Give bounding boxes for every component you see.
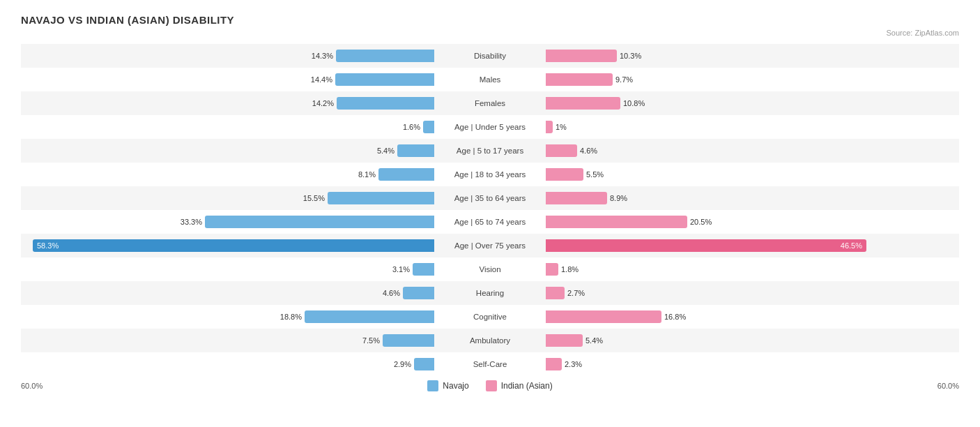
navajo-value: 1.6% bbox=[403, 123, 420, 131]
row-label: Ambulatory bbox=[434, 336, 546, 345]
navajo-value: 8.1% bbox=[358, 170, 376, 179]
navajo-value: 7.5% bbox=[362, 336, 380, 345]
navajo-value: 5.4% bbox=[377, 147, 395, 155]
legend: Navajo Indian (Asian) bbox=[63, 380, 917, 391]
navajo-value: 58.3% bbox=[37, 241, 59, 250]
row-label: Females bbox=[434, 99, 546, 107]
row-label: Age | Over 75 years bbox=[434, 241, 546, 250]
navajo-bar: 3.1% bbox=[413, 263, 434, 276]
indian-bar: 16.8% bbox=[546, 310, 661, 323]
table-row: 2.9% Self-Care 2.3% bbox=[21, 352, 959, 376]
indian-value: 5.4% bbox=[585, 336, 603, 345]
indian-bar: 9.7% bbox=[546, 73, 613, 86]
row-label: Vision bbox=[434, 265, 546, 274]
navajo-bar: 5.4% bbox=[397, 144, 434, 157]
navajo-value: 14.4% bbox=[311, 75, 332, 84]
indian-value: 1% bbox=[556, 123, 567, 131]
table-row: 33.3% Age | 65 to 74 years 20.5% bbox=[21, 210, 959, 234]
navajo-value: 14.3% bbox=[312, 52, 333, 60]
indian-bar: 2.7% bbox=[546, 287, 565, 299]
table-row: 18.8% Cognitive 16.8% bbox=[21, 305, 959, 329]
chart-area: 14.3% Disability 10.3% 14.4% Males bbox=[21, 44, 959, 376]
navajo-bar: 8.1% bbox=[378, 168, 434, 181]
indian-value: 5.5% bbox=[586, 170, 604, 179]
indian-bar: 1% bbox=[546, 121, 553, 133]
navajo-value: 4.6% bbox=[383, 289, 400, 297]
navajo-bar: 7.5% bbox=[383, 334, 434, 347]
table-row: 14.3% Disability 10.3% bbox=[21, 44, 959, 68]
navajo-bar: 4.6% bbox=[403, 287, 434, 299]
navajo-bar: 14.3% bbox=[336, 50, 434, 62]
table-row: 15.5% Age | 35 to 64 years 8.9% bbox=[21, 186, 959, 210]
row-label: Age | 65 to 74 years bbox=[434, 218, 546, 226]
navajo-bar: 1.6% bbox=[423, 121, 434, 133]
indian-bar: 4.6% bbox=[546, 144, 577, 157]
table-row: 14.4% Males 9.7% bbox=[21, 68, 959, 91]
row-label: Age | Under 5 years bbox=[434, 123, 546, 131]
indian-bar: 20.5% bbox=[546, 216, 687, 228]
navajo-bar: 18.8% bbox=[305, 310, 434, 323]
navajo-bar: 33.3% bbox=[205, 216, 434, 228]
x-label-right: 60.0% bbox=[917, 382, 959, 390]
table-row: 7.5% Ambulatory 5.4% bbox=[21, 329, 959, 352]
table-row: 58.3% Age | Over 75 years 46.5% bbox=[21, 234, 959, 257]
navajo-value: 3.1% bbox=[392, 265, 410, 274]
indian-bar: 1.8% bbox=[546, 263, 558, 276]
navajo-bar: 58.3% bbox=[33, 239, 434, 252]
navajo-bar: 15.5% bbox=[328, 192, 434, 204]
indian-bar: 5.5% bbox=[546, 168, 583, 181]
row-label: Cognitive bbox=[434, 313, 546, 321]
indian-bar: 10.8% bbox=[546, 97, 620, 110]
indian-value: 1.8% bbox=[561, 265, 579, 274]
page-title: NAVAJO VS INDIAN (ASIAN) DISABILITY bbox=[21, 14, 959, 26]
row-label: Age | 35 to 64 years bbox=[434, 194, 546, 202]
navajo-value: 18.8% bbox=[280, 313, 302, 321]
legend-indian: Indian (Asian) bbox=[486, 380, 553, 391]
navajo-bar: 2.9% bbox=[414, 358, 434, 370]
indian-value: 20.5% bbox=[690, 218, 712, 226]
table-row: 5.4% Age | 5 to 17 years 4.6% bbox=[21, 139, 959, 163]
legend-navajo: Navajo bbox=[427, 380, 468, 391]
x-label-left: 60.0% bbox=[21, 382, 63, 390]
navajo-value: 15.5% bbox=[303, 194, 325, 202]
row-label: Males bbox=[434, 75, 546, 84]
navajo-bar: 14.2% bbox=[337, 97, 434, 110]
table-row: 4.6% Hearing 2.7% bbox=[21, 281, 959, 305]
table-row: 1.6% Age | Under 5 years 1% bbox=[21, 115, 959, 139]
legend-indian-box bbox=[486, 380, 497, 391]
indian-value: 9.7% bbox=[615, 75, 633, 84]
source-label: Source: ZipAtlas.com bbox=[21, 29, 959, 37]
row-label: Age | 5 to 17 years bbox=[434, 147, 546, 155]
indian-bar: 10.3% bbox=[546, 50, 617, 62]
indian-value: 46.5% bbox=[841, 241, 862, 250]
indian-bar: 5.4% bbox=[546, 334, 583, 347]
indian-bar: 8.9% bbox=[546, 192, 607, 204]
navajo-value: 2.9% bbox=[394, 360, 411, 368]
row-label: Hearing bbox=[434, 289, 546, 297]
indian-value: 2.3% bbox=[565, 360, 582, 368]
legend-indian-label: Indian (Asian) bbox=[501, 381, 553, 391]
row-label: Self-Care bbox=[434, 360, 546, 368]
navajo-bar: 14.4% bbox=[335, 73, 434, 86]
table-row: 8.1% Age | 18 to 34 years 5.5% bbox=[21, 163, 959, 186]
legend-navajo-box bbox=[427, 380, 438, 391]
table-row: 14.2% Females 10.8% bbox=[21, 91, 959, 115]
legend-navajo-label: Navajo bbox=[443, 381, 468, 391]
navajo-value: 14.2% bbox=[312, 99, 334, 107]
indian-value: 10.3% bbox=[620, 52, 641, 60]
indian-bar: 2.3% bbox=[546, 358, 562, 370]
table-row: 3.1% Vision 1.8% bbox=[21, 257, 959, 281]
indian-value: 8.9% bbox=[610, 194, 627, 202]
indian-value: 10.8% bbox=[623, 99, 645, 107]
row-label: Disability bbox=[434, 52, 546, 60]
indian-value: 4.6% bbox=[580, 147, 597, 155]
indian-value: 2.7% bbox=[567, 289, 585, 297]
navajo-value: 33.3% bbox=[181, 218, 202, 226]
indian-value: 16.8% bbox=[664, 313, 686, 321]
row-label: Age | 18 to 34 years bbox=[434, 170, 546, 179]
indian-bar: 46.5% bbox=[546, 239, 866, 252]
x-axis: 60.0% Navajo Indian (Asian) 60.0% bbox=[21, 380, 959, 391]
